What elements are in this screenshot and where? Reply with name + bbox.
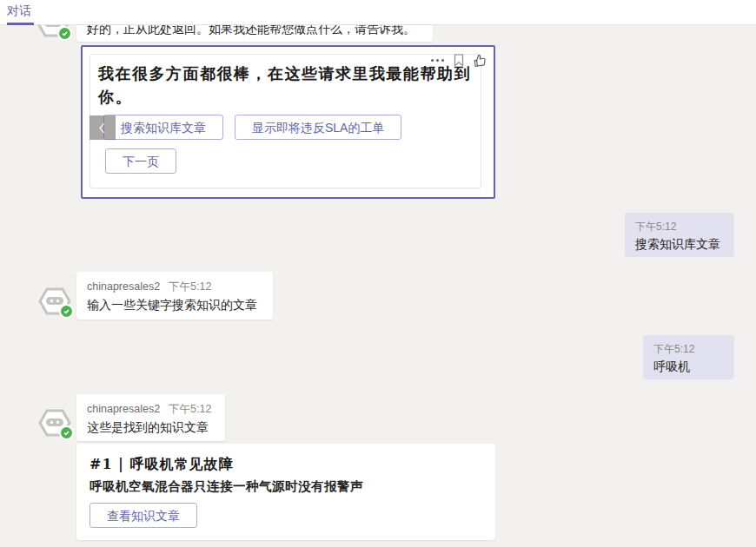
user-message-2-text: 呼吸机 bbox=[653, 359, 724, 375]
view-kb-article-button[interactable]: 查看知识文章 bbox=[90, 503, 197, 528]
action-show-sla-tickets-button[interactable]: 显示即将违反SLA的工单 bbox=[235, 115, 401, 140]
presence-available-icon bbox=[61, 306, 72, 317]
timestamp: 下午5:12 bbox=[169, 280, 211, 293]
bot-message-1: chinapresales2下午5:12 输入一些关键字搜索知识的文章 bbox=[76, 272, 273, 320]
kb-article-title: #1 | 呼吸机常见故障 bbox=[90, 456, 234, 474]
chevron-left-icon bbox=[96, 119, 109, 136]
like-thumb-up-icon[interactable] bbox=[471, 51, 487, 68]
conversation-header: 对话 bbox=[0, 0, 756, 25]
bot-message-2-text: 这些是找到的知识文章 bbox=[87, 420, 215, 436]
tab-conversation[interactable]: 对话 bbox=[7, 3, 31, 19]
bot-message-2: chinapresales2下午5:12 这些是找到的知识文章 bbox=[76, 394, 225, 441]
save-bookmark-icon[interactable] bbox=[454, 54, 464, 67]
bot-avatar bbox=[38, 287, 71, 316]
action-search-kb-button[interactable]: 搜索知识库文章 bbox=[103, 115, 223, 140]
user-message-2: 下午5:12 呼吸机 bbox=[643, 335, 734, 379]
timestamp: 下午5:12 bbox=[653, 342, 724, 357]
knowledge-article-card: #1 | 呼吸机常见故障 呼吸机空氧混合器只连接一种气源时没有报警声 查看知识文… bbox=[76, 444, 495, 540]
chat-pane: 好的，正从此处返回。如果我还能帮您做点什么，请告诉我。 我在很多方面都很棒，在这… bbox=[0, 0, 756, 547]
suggestions-card-text: 我在很多方面都很棒，在这些请求里我最能帮助到你。 bbox=[98, 62, 479, 109]
user-message-1-text: 搜索知识库文章 bbox=[635, 237, 724, 253]
sender-name: chinapresales2 bbox=[87, 403, 160, 415]
bot-message-1-text: 输入一些关键字搜索知识的文章 bbox=[87, 298, 262, 313]
user-message-1: 下午5:12 搜索知识库文章 bbox=[625, 213, 734, 257]
sender-name: chinapresales2 bbox=[87, 280, 160, 293]
suggestions-card: 我在很多方面都很棒，在这些请求里我最能帮助到你。 搜索知识库文章 显示即将违反S… bbox=[81, 45, 495, 199]
message-hover-actions bbox=[429, 52, 487, 68]
kb-article-subtitle: 呼吸机空氧混合器只连接一种气源时没有报警声 bbox=[90, 478, 363, 495]
more-options-icon[interactable] bbox=[429, 57, 446, 63]
timestamp: 下午5:12 bbox=[169, 403, 211, 415]
timestamp: 下午5:12 bbox=[635, 220, 724, 234]
tab-active-underline bbox=[7, 23, 34, 25]
presence-available-icon bbox=[59, 28, 70, 39]
action-next-page-button[interactable]: 下一页 bbox=[105, 148, 176, 174]
carousel-previous-button[interactable] bbox=[90, 115, 116, 140]
bot-avatar bbox=[38, 408, 71, 438]
presence-available-icon bbox=[61, 427, 72, 438]
